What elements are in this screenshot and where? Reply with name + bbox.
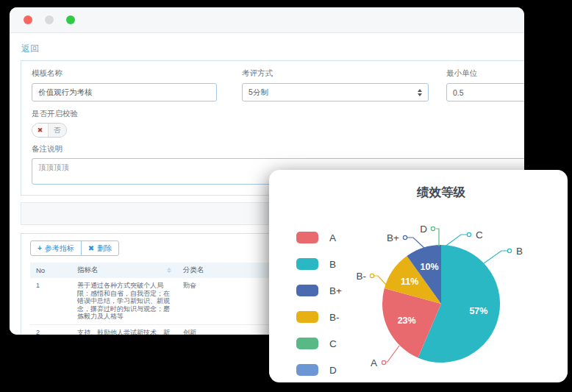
callout-dot-icon bbox=[382, 360, 385, 364]
validation-toggle[interactable]: ✖ 否 bbox=[32, 123, 67, 138]
delete-button[interactable]: ✖ 删除 bbox=[81, 240, 119, 256]
back-link[interactable]: 返回 bbox=[21, 43, 39, 54]
pie-chart[interactable]: 57%23%11%10%DCBB+B-A bbox=[269, 170, 568, 382]
col-header-no: No bbox=[30, 263, 71, 278]
close-window-icon[interactable] bbox=[24, 15, 32, 24]
callout-dot-icon bbox=[467, 232, 471, 236]
performance-grade-card: 绩效等级 ABB+B-CD 57%23%11%10%DCBB+B-A bbox=[269, 170, 568, 382]
remark-label: 备注说明 bbox=[32, 144, 524, 154]
evaluation-method-value: 5分制 bbox=[249, 88, 268, 98]
callout-line-B+ bbox=[407, 238, 425, 249]
row-no: 1 bbox=[30, 278, 71, 324]
callout-label-A: A bbox=[371, 357, 377, 368]
callout-line-B bbox=[484, 251, 507, 263]
validation-toggle-label: 是否开启校验 bbox=[32, 109, 524, 119]
evaluation-method-label: 考评方式 bbox=[242, 68, 429, 79]
callout-label-B-: B- bbox=[357, 271, 367, 282]
select-updown-icon bbox=[418, 89, 422, 96]
toggle-state-label: 否 bbox=[49, 124, 66, 137]
callout-line-B- bbox=[374, 276, 387, 285]
row-no: 2 bbox=[30, 324, 71, 335]
callout-line-D bbox=[436, 229, 439, 246]
zoom-window-icon[interactable] bbox=[66, 15, 75, 24]
callout-dot-icon bbox=[431, 227, 435, 230]
min-unit-input[interactable] bbox=[446, 83, 524, 101]
min-unit-label: 最小单位 bbox=[446, 68, 524, 79]
callout-label-B+: B+ bbox=[387, 232, 399, 243]
row-indicator-name: 善于通过各种方式突破个人局限：感悟和自省，自我否定；在错误中总结，学习新知识、新… bbox=[71, 278, 177, 324]
callout-label-B: B bbox=[516, 246, 523, 257]
slice-percent-label: 11% bbox=[401, 277, 418, 287]
callout-line-A bbox=[386, 346, 399, 362]
template-name-label: 模板名称 bbox=[32, 68, 217, 79]
template-name-input[interactable] bbox=[32, 83, 217, 101]
slice-percent-label: 57% bbox=[469, 306, 487, 316]
callout-label-D: D bbox=[420, 224, 427, 235]
plus-icon: + bbox=[37, 244, 42, 252]
callout-label-C: C bbox=[476, 229, 483, 240]
evaluation-method-select[interactable]: 5分制 bbox=[242, 83, 429, 101]
add-reference-indicator-button[interactable]: + 参考指标 bbox=[30, 240, 82, 256]
sort-icon[interactable] bbox=[167, 268, 171, 273]
back-row: 返回 bbox=[10, 33, 524, 60]
window-titlebar bbox=[10, 7, 524, 33]
slice-percent-label: 23% bbox=[398, 316, 416, 326]
slice-percent-label: 10% bbox=[421, 262, 439, 272]
col-header-indicator-name: 指标名 bbox=[71, 263, 177, 278]
toggle-off-icon: ✖ bbox=[32, 124, 49, 137]
callout-dot-icon bbox=[403, 235, 407, 239]
row-indicator-name: 支持、鼓励他人尝试新技术、新方法，并允许出现小问题 bbox=[71, 324, 177, 335]
callout-dot-icon bbox=[507, 249, 511, 252]
callout-line-C bbox=[444, 235, 467, 247]
callout-dot-icon bbox=[370, 274, 373, 277]
minimize-window-icon[interactable] bbox=[45, 15, 54, 24]
x-icon: ✖ bbox=[88, 244, 94, 252]
